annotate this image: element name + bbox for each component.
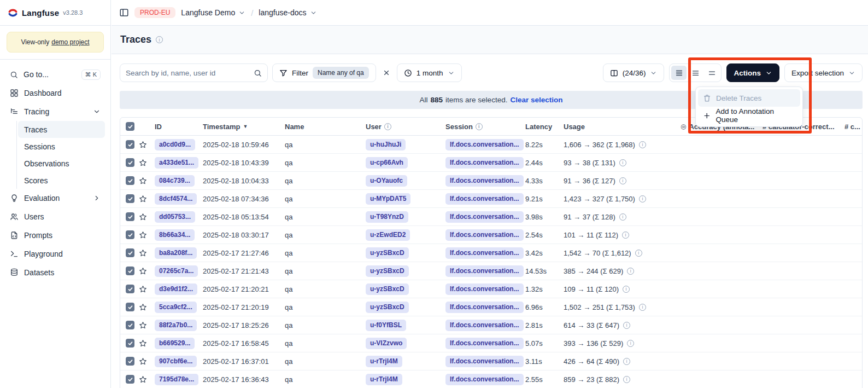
sidebar-item-tracing[interactable]: Tracing (5, 102, 105, 121)
column-header-timestamp[interactable]: Timestamp ▼ (203, 123, 285, 131)
export-selection-button[interactable]: Export selection (784, 63, 863, 82)
goto-search[interactable]: Go to... ⌘ K (5, 65, 105, 84)
star-icon[interactable] (139, 159, 147, 167)
trace-id-badge[interactable]: a0cd0d9... (155, 139, 195, 150)
row-checkbox[interactable] (126, 212, 134, 221)
star-icon[interactable] (139, 303, 147, 311)
star-icon[interactable] (139, 249, 147, 257)
table-row[interactable]: 8dcf4574... 2025-02-18 07:34:36 qa u-MYp… (120, 190, 862, 208)
row-checkbox[interactable] (126, 140, 134, 149)
column-header-usage[interactable]: Usage (564, 123, 681, 131)
sidebar-item-traces[interactable]: Traces (18, 121, 105, 138)
session-id-badge[interactable]: lf.docs.conversation... (445, 211, 524, 223)
star-icon[interactable] (139, 213, 147, 221)
trace-id-badge[interactable]: a433de51... (155, 157, 198, 169)
breadcrumb-project[interactable]: langfuse-docs (259, 8, 316, 17)
table-row[interactable]: dd05753... 2025-02-18 05:13:54 qa u-T98Y… (120, 208, 862, 226)
row-checkbox[interactable] (126, 285, 134, 293)
star-icon[interactable] (139, 339, 147, 348)
table-row[interactable]: 07265c7a... 2025-02-17 21:21:43 qa u-yzS… (120, 262, 862, 280)
row-checkbox[interactable] (126, 248, 134, 257)
session-id-badge[interactable]: lf.docs.conversation... (445, 265, 524, 277)
table-row[interactable]: 8b66a34... 2025-02-18 03:30:17 qa u-zEwd… (120, 226, 862, 244)
session-id-badge[interactable]: lf.docs.conversation... (445, 229, 524, 241)
columns-button[interactable]: (24/36) (603, 63, 665, 82)
trace-id-badge[interactable]: d3e9d1f2... (155, 283, 197, 295)
sidebar-item-users[interactable]: Users (5, 207, 105, 226)
trace-id-badge[interactable]: 5cca9cf2... (155, 302, 197, 313)
user-id-badge[interactable]: u-huJhuJi (366, 139, 406, 150)
user-id-badge[interactable]: u-OYauofc (366, 175, 407, 187)
star-icon[interactable] (139, 357, 147, 366)
column-header-user[interactable]: User (366, 123, 445, 131)
sidebar-item-evaluation[interactable]: Evaluation (5, 189, 105, 207)
column-header-name[interactable]: Name (285, 123, 366, 131)
trace-id-badge[interactable]: 907cbf6e... (155, 356, 197, 367)
breadcrumb-org[interactable]: Langfuse Demo (181, 8, 245, 17)
user-id-badge[interactable]: u-MYpDAT5 (366, 193, 410, 205)
session-id-badge[interactable]: lf.docs.conversation... (445, 283, 524, 295)
sidebar-item-observations[interactable]: Observations (18, 155, 105, 172)
filter-button[interactable]: Filter Name any of qa (272, 63, 376, 82)
row-checkbox[interactable] (126, 375, 134, 384)
trace-id-badge[interactable]: 07265c7a... (155, 265, 198, 277)
table-row[interactable]: 084c739... 2025-02-18 10:04:33 qa u-OYau… (120, 172, 862, 190)
table-row[interactable]: 907cbf6e... 2025-02-17 16:37:01 qa u-rTr… (120, 352, 862, 370)
user-id-badge[interactable]: u-f0YfBSL (366, 320, 406, 331)
star-icon[interactable] (139, 267, 147, 275)
row-checkbox[interactable] (126, 267, 134, 275)
session-id-badge[interactable]: lf.docs.conversation... (445, 157, 524, 169)
row-height-medium-button[interactable] (688, 66, 703, 80)
user-id-badge[interactable]: u-cp66Avh (366, 157, 408, 169)
user-id-badge[interactable]: u-rTrjI4M (366, 374, 402, 385)
row-height-large-button[interactable] (704, 66, 719, 80)
row-checkbox[interactable] (126, 194, 134, 203)
row-height-small-button[interactable] (671, 66, 687, 80)
search-box[interactable] (120, 63, 268, 82)
sidebar-item-scores[interactable]: Scores (18, 172, 105, 189)
star-icon[interactable] (139, 141, 147, 149)
menu-item-add-to-annotation-queue[interactable]: Add to Annotation Queue (698, 107, 800, 124)
trace-id-badge[interactable]: ba8a208f... (155, 247, 197, 259)
sidebar-item-datasets[interactable]: Datasets (5, 263, 105, 282)
user-id-badge[interactable]: u-T98YnzD (366, 211, 408, 223)
session-id-badge[interactable]: lf.docs.conversation... (445, 374, 524, 385)
star-icon[interactable] (139, 375, 147, 384)
session-id-badge[interactable]: lf.docs.conversation... (445, 193, 524, 205)
row-checkbox[interactable] (126, 303, 134, 311)
environment-badge[interactable]: PROD-EU (134, 7, 175, 18)
user-id-badge[interactable]: u-rTrjI4M (366, 356, 402, 367)
search-input[interactable] (126, 69, 249, 77)
sidebar-toggle-icon[interactable] (119, 8, 129, 18)
user-id-badge[interactable]: u-yzSBxcD (366, 302, 409, 313)
actions-button[interactable]: Actions (726, 63, 779, 82)
sidebar-item-prompts[interactable]: Prompts (5, 226, 105, 245)
clear-filter-button[interactable] (380, 67, 392, 79)
row-checkbox[interactable] (126, 158, 134, 167)
trace-id-badge[interactable]: dd05753... (155, 211, 195, 223)
column-header-id[interactable]: ID (151, 123, 203, 131)
session-id-badge[interactable]: lf.docs.conversation... (445, 302, 524, 313)
trace-id-badge[interactable]: b669529... (155, 338, 195, 349)
sidebar-item-sessions[interactable]: Sessions (18, 138, 105, 155)
row-checkbox[interactable] (126, 357, 134, 366)
row-checkbox[interactable] (126, 176, 134, 185)
user-id-badge[interactable]: u-zEwdED2 (366, 229, 410, 241)
view-only-banner[interactable]: View-only demo project (7, 32, 104, 53)
row-checkbox[interactable] (126, 339, 134, 348)
star-icon[interactable] (139, 285, 147, 293)
table-row[interactable]: a0cd0d9... 2025-02-18 10:59:46 qa u-huJh… (120, 136, 862, 154)
table-row[interactable]: 5cca9cf2... 2025-02-17 21:20:19 qa u-yzS… (120, 298, 862, 316)
user-id-badge[interactable]: u-yzSBxcD (366, 247, 409, 259)
table-row[interactable]: 88f2a7b0... 2025-02-17 18:25:26 qa u-f0Y… (120, 316, 862, 334)
user-id-badge[interactable]: u-VIZzvwo (366, 338, 407, 349)
sidebar-item-playground[interactable]: Playground (5, 245, 105, 263)
session-id-badge[interactable]: lf.docs.conversation... (445, 320, 524, 331)
session-id-badge[interactable]: lf.docs.conversation... (445, 338, 524, 349)
select-all-checkbox[interactable] (126, 122, 134, 131)
session-id-badge[interactable]: lf.docs.conversation... (445, 175, 524, 187)
trace-id-badge[interactable]: 88f2a7b0... (155, 320, 197, 331)
column-header-session[interactable]: Session (445, 123, 525, 131)
menu-item-delete-traces[interactable]: Delete Traces (698, 89, 800, 107)
user-id-badge[interactable]: u-yzSBxcD (366, 265, 409, 277)
